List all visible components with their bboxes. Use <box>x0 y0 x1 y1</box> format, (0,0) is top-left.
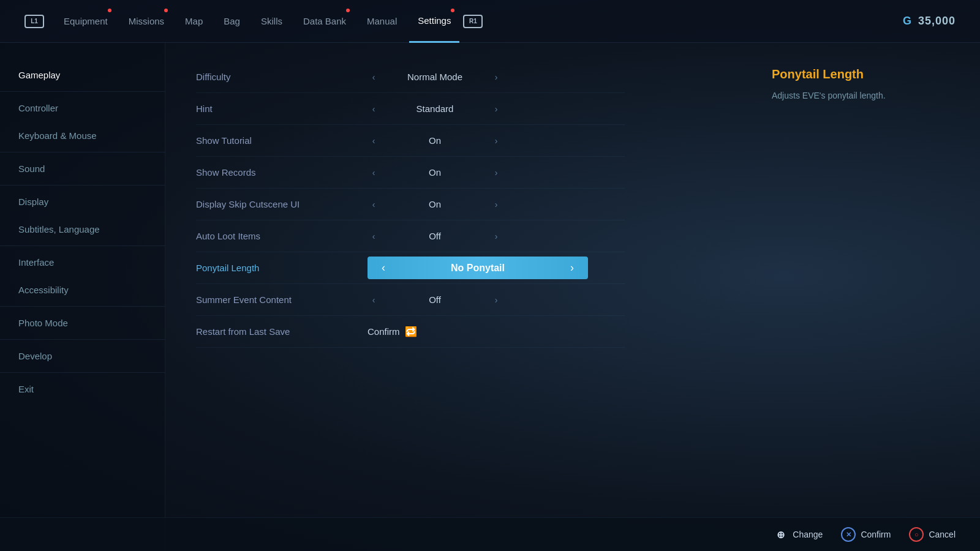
nav-item-equipment[interactable]: Equipment <box>55 0 116 43</box>
setting-control-show-records: ‹ On › <box>368 167 502 178</box>
sidebar-item-photo-mode[interactable]: Photo Mode <box>0 309 165 337</box>
setting-value-hint: Standard <box>392 103 478 114</box>
arrow-right-difficulty[interactable]: › <box>490 72 502 82</box>
sidebar-item-interface[interactable]: Interface <box>0 249 165 276</box>
setting-row-summer-event: Summer Event Content ‹ Off › <box>196 284 625 316</box>
nav-dot-equipment <box>108 9 111 12</box>
arrow-left-summer-event[interactable]: ‹ <box>368 295 380 305</box>
cross-icon: ✕ <box>841 527 856 542</box>
arrow-right-hint[interactable]: › <box>490 104 502 114</box>
nav-item-manual[interactable]: Manual <box>358 0 405 43</box>
nav-dot-missions <box>164 9 168 12</box>
sidebar: Gameplay Controller Keyboard & Mouse Sou… <box>0 43 165 551</box>
settings-area: Difficulty ‹ Normal Mode › Hint ‹ Standa… <box>165 43 747 551</box>
setting-value-skip-cutscene: On <box>392 199 478 209</box>
setting-label-restart: Restart from Last Save <box>196 326 368 337</box>
setting-confirm-restart[interactable]: Confirm 🔁 <box>368 326 417 337</box>
dpad-icon: ⊕ <box>773 527 788 542</box>
setting-value-summer-event: Off <box>392 294 478 305</box>
sidebar-item-controller[interactable]: Controller <box>0 94 165 122</box>
setting-control-auto-loot: ‹ Off › <box>368 231 502 241</box>
sidebar-label-develop: Develop <box>18 351 52 361</box>
setting-control-difficulty: ‹ Normal Mode › <box>368 72 502 82</box>
setting-value-difficulty: Normal Mode <box>392 72 478 82</box>
arrow-right-skip-cutscene[interactable]: › <box>490 200 502 209</box>
change-button[interactable]: ⊕ Change <box>773 527 823 542</box>
sidebar-divider-3 <box>0 185 165 186</box>
change-label: Change <box>793 530 823 539</box>
sidebar-label-photo-mode: Photo Mode <box>18 318 68 328</box>
sidebar-divider-2 <box>0 152 165 152</box>
top-nav: L1 Equipment Missions Map Bag Skills <box>0 0 980 43</box>
sidebar-divider-4 <box>0 246 165 246</box>
setting-control-summer-event: ‹ Off › <box>368 294 502 305</box>
arrow-left-hint[interactable]: ‹ <box>368 104 380 114</box>
arrow-right-auto-loot[interactable]: › <box>490 231 502 241</box>
setting-value-auto-loot: Off <box>392 231 478 241</box>
sidebar-label-display: Display <box>18 197 48 207</box>
setting-value-show-records: On <box>392 167 478 178</box>
sidebar-item-keyboard-mouse[interactable]: Keyboard & Mouse <box>0 122 165 149</box>
circle-icon: ○ <box>909 527 924 542</box>
setting-row-difficulty: Difficulty ‹ Normal Mode › <box>196 61 625 93</box>
nav-dot-databank <box>346 9 350 12</box>
sidebar-item-display[interactable]: Display <box>0 188 165 216</box>
setting-row-show-tutorial: Show Tutorial ‹ On › <box>196 125 625 157</box>
nav-item-skills[interactable]: Skills <box>252 0 291 43</box>
sidebar-label-subtitles: Subtitles, Language <box>18 224 100 234</box>
sidebar-divider-6 <box>0 339 165 340</box>
right-panel-title: Ponytail Length <box>772 67 956 81</box>
setting-label-show-tutorial: Show Tutorial <box>196 135 368 146</box>
arrow-left-ponytail[interactable]: ‹ <box>377 261 390 274</box>
confirm-button[interactable]: ✕ Confirm <box>841 527 891 542</box>
arrow-right-summer-event[interactable]: › <box>490 295 502 305</box>
sidebar-label-keyboard-mouse: Keyboard & Mouse <box>18 130 97 141</box>
setting-label-summer-event: Summer Event Content <box>196 294 368 305</box>
nav-item-databank[interactable]: Data Bank <box>295 0 355 43</box>
setting-control-skip-cutscene: ‹ On › <box>368 199 502 209</box>
setting-control-hint: ‹ Standard › <box>368 103 502 114</box>
setting-row-skip-cutscene: Display Skip Cutscene UI ‹ On › <box>196 189 625 220</box>
sidebar-divider-1 <box>0 91 165 92</box>
sidebar-label-sound: Sound <box>18 163 45 174</box>
arrow-left-auto-loot[interactable]: ‹ <box>368 231 380 241</box>
sidebar-item-accessibility[interactable]: Accessibility <box>0 276 165 304</box>
setting-row-restart: Restart from Last Save Confirm 🔁 <box>196 316 625 348</box>
setting-row-auto-loot: Auto Loot Items ‹ Off › <box>196 220 625 252</box>
setting-control-ponytail[interactable]: ‹ No Ponytail › <box>368 257 588 279</box>
settings-list: Difficulty ‹ Normal Mode › Hint ‹ Standa… <box>196 61 625 348</box>
setting-control-show-tutorial: ‹ On › <box>368 135 502 146</box>
arrow-left-skip-cutscene[interactable]: ‹ <box>368 200 380 209</box>
cancel-label: Cancel <box>929 530 956 539</box>
nav-item-missions[interactable]: Missions <box>120 0 173 43</box>
nav-item-bag[interactable]: Bag <box>215 0 249 43</box>
currency-display: G 35,000 <box>903 15 956 28</box>
sidebar-item-sound[interactable]: Sound <box>0 155 165 182</box>
nav-item-map[interactable]: Map <box>176 0 211 43</box>
nav-item-settings[interactable]: Settings <box>409 0 459 43</box>
setting-label-skip-cutscene: Display Skip Cutscene UI <box>196 199 368 209</box>
l1-button[interactable]: L1 <box>24 15 44 28</box>
sidebar-item-gameplay[interactable]: Gameplay <box>0 61 165 89</box>
sidebar-item-exit[interactable]: Exit <box>0 375 165 403</box>
arrow-left-show-tutorial[interactable]: ‹ <box>368 136 380 146</box>
currency-value: 35,000 <box>918 15 956 27</box>
confirm-label: Confirm <box>861 530 891 539</box>
sidebar-label-exit: Exit <box>18 384 34 394</box>
setting-label-show-records: Show Records <box>196 167 368 178</box>
setting-value-show-tutorial: On <box>392 135 478 146</box>
r1-button[interactable]: R1 <box>463 15 483 28</box>
sidebar-divider-5 <box>0 306 165 307</box>
sidebar-label-gameplay: Gameplay <box>18 70 60 80</box>
sidebar-item-develop[interactable]: Develop <box>0 342 165 370</box>
arrow-left-difficulty[interactable]: ‹ <box>368 72 380 82</box>
sidebar-item-subtitles[interactable]: Subtitles, Language <box>0 216 165 243</box>
arrow-right-ponytail[interactable]: › <box>566 261 578 274</box>
arrow-left-show-records[interactable]: ‹ <box>368 168 380 178</box>
bottom-bar: ⊕ Change ✕ Confirm ○ Cancel <box>0 517 980 551</box>
arrow-right-show-tutorial[interactable]: › <box>490 136 502 146</box>
arrow-right-show-records[interactable]: › <box>490 168 502 178</box>
cancel-button[interactable]: ○ Cancel <box>909 527 956 542</box>
nav-left: L1 Equipment Missions Map Bag Skills <box>24 0 483 43</box>
right-panel: Ponytail Length Adjusts EVE's ponytail l… <box>747 43 980 551</box>
